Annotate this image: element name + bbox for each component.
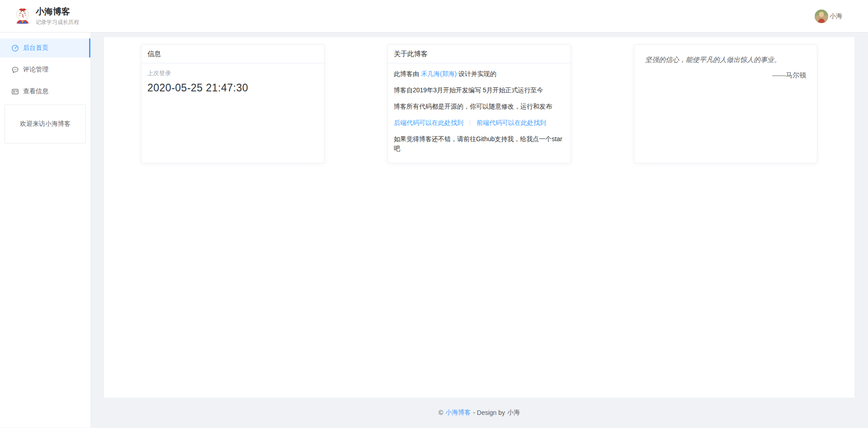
quote-author: ——马尔顿: [645, 71, 806, 80]
sidebar: 后台首页 评论管理: [0, 33, 90, 428]
link-divider: [470, 120, 470, 126]
sidebar-menu: 后台首页 评论管理: [0, 33, 90, 101]
user-menu[interactable]: 小海: [815, 10, 842, 23]
id-card-icon: [11, 88, 19, 95]
about-intro-suffix: 设计并实现的: [457, 70, 496, 77]
site-title: 小海博客: [36, 6, 79, 17]
welcome-text: 欢迎来访小海博客: [20, 120, 71, 128]
quote-text: 坚强的信心，能使平凡的人做出惊人的事业。: [645, 55, 806, 64]
cards-row: 信息 上次登录 2020-05-25 21:47:30 关于此博客 此博客由 禾…: [104, 37, 854, 163]
header: 小海博客 记录学习成长历程 小海: [0, 0, 868, 33]
odometer-icon: [11, 44, 19, 52]
content-panel: 信息 上次登录 2020-05-25 21:47:30 关于此博客 此博客由 禾…: [104, 37, 854, 398]
sidebar-item-comments[interactable]: 评论管理: [0, 60, 90, 79]
sidebar-item-label: 查看信息: [23, 87, 48, 95]
quote-card: 坚强的信心，能使平凡的人做出惊人的事业。 ——马尔顿: [634, 44, 817, 163]
copyright-symbol: ©: [439, 409, 443, 416]
about-intro-prefix: 此博客由: [394, 70, 421, 77]
info-card: 信息 上次登录 2020-05-25 21:47:30: [141, 44, 325, 163]
chat-square-icon: [11, 66, 19, 74]
footer-designer-name: 小海: [507, 409, 520, 417]
about-github-line: 如果觉得博客还不错，请前往Github支持我，给我点一个star吧: [394, 134, 565, 153]
about-history-line: 博客自2019年3月开始开发编写 5月开始正式运行至今: [394, 86, 565, 95]
footer-design-text: - Design by: [473, 409, 505, 416]
sidebar-item-dashboard[interactable]: 后台首页: [0, 38, 90, 57]
about-code-links-line: 后端代码可以在此处找到前端代码可以在此处找到: [394, 118, 565, 128]
active-indicator: [89, 38, 90, 57]
brand: 小海博客 记录学习成长历程: [13, 6, 79, 27]
layout: 后台首页 评论管理: [0, 33, 868, 428]
about-card-title: 关于此博客: [388, 45, 571, 63]
welcome-box: 欢迎来访小海博客: [5, 105, 86, 143]
brand-text: 小海博客 记录学习成长历程: [36, 6, 79, 26]
info-card-body: 上次登录 2020-05-25 21:47:30: [142, 63, 324, 100]
frontend-code-link[interactable]: 前端代码可以在此处找到: [476, 119, 546, 126]
sidebar-item-label: 后台首页: [23, 44, 48, 52]
about-card-body: 此博客由 禾几海(郑海) 设计并实现的 博客自2019年3月开始开发编写 5月开…: [388, 63, 571, 159]
last-login-time: 2020-05-25 21:47:30: [147, 82, 318, 94]
about-opensource-line: 博客所有代码都是开源的，你可以随意修改，运行和发布: [394, 102, 565, 111]
sidebar-item-view-info[interactable]: 查看信息: [0, 82, 90, 101]
about-card: 关于此博客 此博客由 禾几海(郑海) 设计并实现的 博客自2019年3月开始开发…: [387, 44, 571, 163]
last-login-label: 上次登录: [147, 69, 318, 77]
site-subtitle: 记录学习成长历程: [36, 19, 79, 26]
user-avatar[interactable]: [815, 10, 828, 23]
backend-code-link[interactable]: 后端代码可以在此处找到: [394, 119, 463, 126]
sidebar-item-label: 评论管理: [23, 66, 48, 74]
footer-site-link[interactable]: 小海博客: [445, 409, 471, 417]
main-area: 信息 上次登录 2020-05-25 21:47:30 关于此博客 此博客由 禾…: [90, 33, 868, 428]
user-name: 小海: [830, 12, 842, 20]
author-link[interactable]: 禾几海(郑海): [421, 70, 457, 77]
info-card-title: 信息: [142, 45, 324, 63]
site-logo-icon: [13, 6, 33, 27]
about-intro-line: 此博客由 禾几海(郑海) 设计并实现的: [394, 69, 565, 79]
page: 小海博客 记录学习成长历程 小海: [0, 0, 868, 428]
footer: © 小海博客 - Design by 小海: [104, 398, 854, 428]
